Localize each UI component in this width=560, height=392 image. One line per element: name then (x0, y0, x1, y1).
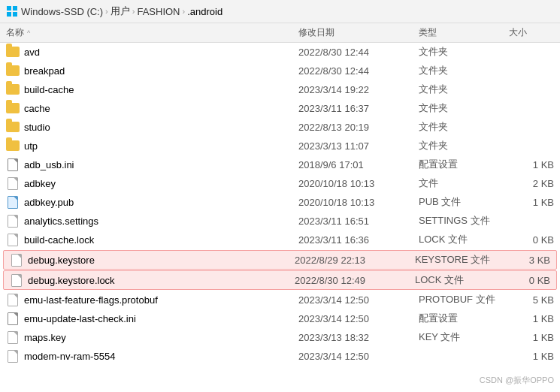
folder-icon (6, 103, 20, 113)
table-row[interactable]: adb_usb.ini 2018/9/6 17:01 配置设置 1 KB (0, 155, 560, 174)
file-date: 2023/3/13 18:32 (298, 332, 419, 343)
table-row[interactable]: cache 2023/3/11 16:37 文件夹 (0, 99, 560, 118)
file-type: 配置设置 (419, 312, 509, 325)
breadcrumb-sep-2: › (132, 7, 135, 16)
svg-rect-3 (13, 12, 17, 17)
file-icon-wrapper (10, 273, 23, 287)
generic-file-icon (11, 274, 22, 287)
title-bar: Windows-SSD (C:) › 用户 › FASHION › .andro… (0, 0, 560, 23)
pub-file-icon (8, 196, 18, 209)
breadcrumb-sep-1: › (105, 7, 108, 16)
file-name: maps.key (24, 332, 66, 343)
file-size: 1 KB (509, 351, 554, 362)
table-row[interactable]: build-cache.lock 2023/3/11 16:36 LOCK 文件… (0, 231, 560, 249)
file-name: emu-update-last-check.ini (24, 313, 136, 324)
table-row[interactable]: maps.key 2023/3/13 18:32 KEY 文件 1 KB (0, 328, 560, 347)
generic-file-icon (8, 177, 18, 190)
file-name-cell: debug.keystore.lock (10, 273, 295, 287)
file-name-cell: emu-last-feature-flags.protobuf (6, 293, 298, 306)
file-name: emu-last-feature-flags.protobuf (24, 294, 158, 306)
table-row[interactable]: emu-last-feature-flags.protobuf 2023/3/1… (0, 291, 560, 309)
file-size: 5 KB (509, 294, 554, 306)
folder-icon (6, 47, 20, 57)
file-name-cell: utp (6, 139, 298, 152)
watermark: CSDN @振华OPPO (480, 375, 554, 386)
file-icon-wrapper (6, 158, 20, 171)
svg-rect-0 (7, 6, 11, 11)
file-type: 文件夹 (419, 45, 509, 59)
table-row[interactable]: analytics.settings 2023/3/11 16:51 SETTI… (0, 212, 560, 231)
generic-file-icon (8, 294, 18, 306)
file-name: utp (24, 140, 38, 152)
table-row[interactable]: emu-update-last-check.ini 2023/3/14 12:5… (0, 309, 560, 328)
ini-file-icon (8, 158, 18, 171)
file-type: 配置设置 (419, 158, 509, 171)
file-date: 2022/8/30 12:49 (295, 275, 415, 286)
table-row[interactable]: modem-nv-ram-5554 2023/3/14 12:50 1 KB (0, 347, 560, 366)
column-header: 名称 ^ 修改日期 类型 大小 (0, 23, 560, 43)
svg-rect-2 (7, 12, 11, 17)
file-size: 1 KB (509, 197, 554, 208)
table-row[interactable]: debug.keystore 2022/8/29 22:13 KEYSTORE … (3, 250, 557, 270)
file-date: 2020/10/18 10:13 (298, 178, 419, 189)
col-size-header[interactable]: 大小 (509, 26, 554, 39)
file-icon-wrapper (6, 349, 20, 363)
file-icon-wrapper (6, 176, 20, 190)
file-icon-wrapper (6, 64, 20, 77)
file-name: adbkey (24, 178, 56, 189)
table-row[interactable]: avd 2022/8/30 12:44 文件夹 (0, 43, 560, 62)
file-icon-wrapper (6, 293, 20, 306)
file-name-cell: maps.key (6, 330, 298, 344)
file-icon-wrapper (6, 120, 20, 134)
file-date: 2022/8/29 22:13 (295, 255, 415, 266)
table-row[interactable]: adbkey 2020/10/18 10:13 文件 2 KB (0, 174, 560, 193)
table-row[interactable]: studio 2022/8/13 20:19 文件夹 (0, 118, 560, 137)
file-size: 2 KB (509, 178, 554, 189)
col-type-header[interactable]: 类型 (419, 26, 509, 39)
generic-file-icon (8, 215, 18, 228)
file-name-cell: adbkey (6, 176, 298, 190)
col-modified-header[interactable]: 修改日期 (298, 26, 419, 39)
file-name: breakpad (24, 65, 65, 77)
file-name: debug.keystore (28, 255, 95, 266)
file-name: adb_usb.ini (24, 159, 74, 170)
generic-file-icon (8, 331, 18, 344)
col-name-header[interactable]: 名称 ^ (6, 26, 298, 39)
file-date: 2023/3/14 12:50 (298, 313, 419, 324)
breadcrumb-item-android[interactable]: .android (187, 6, 222, 17)
file-size: 1 KB (509, 332, 554, 343)
window-icon (6, 5, 18, 17)
file-date: 2018/9/6 17:01 (298, 159, 419, 170)
folder-icon (6, 140, 20, 151)
breadcrumb-item-windows[interactable]: Windows-SSD (C:) (21, 6, 103, 17)
file-icon-wrapper (6, 312, 20, 325)
file-icon-wrapper (6, 233, 20, 246)
file-name: adbkey.pub (24, 197, 74, 208)
ini-file-icon (8, 312, 18, 325)
file-icon-wrapper (6, 101, 20, 115)
file-name: build-cache.lock (24, 234, 94, 246)
table-row[interactable]: adbkey.pub 2020/10/18 10:13 PUB 文件 1 KB (0, 193, 560, 212)
breadcrumb-item-fashion[interactable]: FASHION (137, 6, 180, 17)
table-row[interactable]: debug.keystore.lock 2022/8/30 12:49 LOCK… (3, 270, 557, 290)
file-name: analytics.settings (24, 216, 98, 227)
file-type: SETTINGS 文件 (419, 214, 509, 228)
file-icon-wrapper (6, 330, 20, 344)
file-name-cell: build-cache.lock (6, 233, 298, 246)
svg-rect-1 (13, 6, 17, 11)
table-row[interactable]: build-cache 2023/3/14 19:22 文件夹 (0, 80, 560, 99)
breadcrumb-item-users[interactable]: 用户 (110, 5, 130, 18)
generic-file-icon (8, 234, 18, 246)
table-row[interactable]: utp 2023/3/13 11:07 文件夹 (0, 137, 560, 155)
file-icon-wrapper (6, 139, 20, 152)
file-name-cell: studio (6, 120, 298, 134)
file-name-cell: debug.keystore (10, 253, 295, 267)
file-icon-wrapper (10, 253, 23, 267)
table-row[interactable]: breakpad 2022/8/30 12:44 文件夹 (0, 62, 560, 80)
file-size: 0 KB (509, 234, 554, 246)
file-list: avd 2022/8/30 12:44 文件夹 breakpad 2022/8/… (0, 43, 560, 366)
file-icon-wrapper (6, 214, 20, 228)
file-date: 2022/8/30 12:44 (298, 47, 419, 58)
file-size: 1 KB (509, 159, 554, 170)
file-date: 2023/3/14 19:22 (298, 84, 419, 95)
